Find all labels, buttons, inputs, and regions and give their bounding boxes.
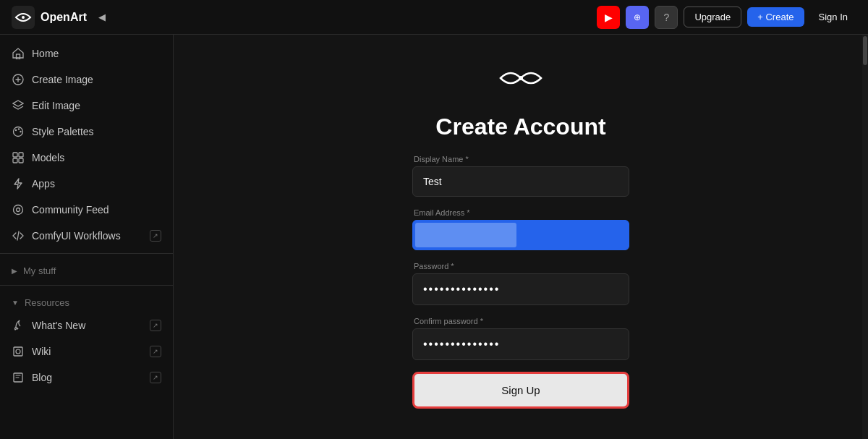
blog-icon bbox=[12, 371, 25, 384]
svg-rect-14 bbox=[14, 347, 22, 356]
main-content: Create Account Display Name * Email Addr… bbox=[174, 35, 868, 439]
sidebar-item-edit-image[interactable]: Edit Image bbox=[0, 93, 173, 119]
plus-circle-icon bbox=[12, 73, 25, 86]
sidebar-item-label-create-image: Create Image bbox=[32, 74, 93, 85]
sidebar-item-whats-new[interactable]: What's New ↗ bbox=[0, 312, 173, 338]
scrollbar-thumb[interactable] bbox=[863, 36, 867, 65]
svg-rect-10 bbox=[13, 158, 17, 163]
svg-point-6 bbox=[18, 128, 20, 129]
svg-rect-8 bbox=[13, 153, 17, 157]
community-icon bbox=[12, 203, 25, 216]
collapse-icon-resources: ▼ bbox=[12, 299, 19, 307]
home-icon bbox=[12, 47, 25, 60]
svg-point-13 bbox=[17, 208, 20, 212]
email-input[interactable] bbox=[412, 220, 629, 250]
sidebar-item-label-whats-new: What's New bbox=[32, 320, 85, 331]
confirm-password-field-group: Confirm password * bbox=[412, 317, 629, 360]
layout: Home Create Image Edit Image Style Palet… bbox=[0, 35, 868, 439]
sidebar-item-apps[interactable]: Apps bbox=[0, 171, 173, 197]
external-link-icon: ↗ bbox=[150, 230, 161, 242]
lightning-icon bbox=[12, 177, 25, 190]
email-field-group: Email Address * bbox=[412, 208, 629, 250]
help-button[interactable]: ? bbox=[655, 6, 678, 29]
display-name-input[interactable] bbox=[412, 166, 629, 197]
sidebar-item-label-style-palettes: Style Palettes bbox=[32, 126, 94, 137]
signup-button[interactable]: Sign Up bbox=[412, 372, 629, 409]
sidebar-section-label-my-stuff: My stuff bbox=[23, 265, 56, 276]
svg-point-1 bbox=[22, 16, 25, 19]
email-input-wrapper bbox=[412, 220, 629, 250]
svg-rect-9 bbox=[19, 153, 23, 157]
code-icon bbox=[12, 229, 25, 242]
svg-point-15 bbox=[16, 349, 20, 354]
collapse-icon-my-stuff: ▶ bbox=[12, 267, 17, 275]
topbar: OpenArt ◀ ▶ ⊕ ? Upgrade + Create Sign In bbox=[0, 0, 868, 35]
confirm-password-input[interactable] bbox=[412, 328, 629, 360]
svg-rect-11 bbox=[19, 158, 23, 163]
discord-button[interactable]: ⊕ bbox=[626, 6, 649, 29]
external-link-icon-wiki: ↗ bbox=[150, 346, 161, 357]
sidebar-item-label-community-feed: Community Feed bbox=[32, 204, 109, 216]
sidebar-collapse-button[interactable]: ◀ bbox=[95, 9, 109, 25]
password-label: Password * bbox=[412, 262, 629, 270]
svg-rect-2 bbox=[17, 54, 20, 59]
sidebar-section-my-stuff[interactable]: ▶ My stuff bbox=[0, 258, 173, 281]
sidebar-item-label-apps: Apps bbox=[32, 178, 55, 189]
upgrade-button[interactable]: Upgrade bbox=[684, 7, 741, 27]
sidebar-item-style-palettes[interactable]: Style Palettes bbox=[0, 119, 173, 145]
sidebar-item-label-home: Home bbox=[32, 48, 59, 59]
palette-icon bbox=[12, 125, 25, 138]
signin-button[interactable]: Sign In bbox=[810, 7, 856, 27]
sidebar-divider-2 bbox=[0, 285, 173, 286]
sidebar-section-resources[interactable]: ▼ Resources bbox=[0, 290, 173, 312]
sidebar-item-label-blog: Blog bbox=[32, 372, 52, 383]
brand-logo bbox=[498, 65, 544, 96]
sidebar: Home Create Image Edit Image Style Palet… bbox=[0, 35, 174, 439]
topbar-right: ▶ ⊕ ? Upgrade + Create Sign In bbox=[597, 6, 856, 29]
layers-icon bbox=[12, 99, 25, 112]
sidebar-item-community-feed[interactable]: Community Feed bbox=[0, 197, 173, 223]
sidebar-item-create-image[interactable]: Create Image bbox=[0, 67, 173, 93]
sidebar-section-label-resources: Resources bbox=[25, 297, 69, 308]
sidebar-item-label-models: Models bbox=[32, 152, 64, 163]
sidebar-item-comfyui-workflows[interactable]: ComfyUI Workflows ↗ bbox=[0, 223, 173, 249]
password-input[interactable] bbox=[412, 273, 629, 305]
create-account-form: Create Account Display Name * Email Addr… bbox=[412, 65, 629, 409]
svg-point-17 bbox=[519, 76, 523, 80]
sidebar-item-wiki[interactable]: Wiki ↗ bbox=[0, 338, 173, 365]
discord-icon: ⊕ bbox=[634, 12, 641, 22]
confirm-password-label: Confirm password * bbox=[412, 317, 629, 325]
display-name-field-group: Display Name * bbox=[412, 155, 629, 197]
external-link-icon-whats-new: ↗ bbox=[150, 320, 161, 331]
page-title: Create Account bbox=[435, 114, 605, 140]
sidebar-item-blog[interactable]: Blog ↗ bbox=[0, 365, 173, 391]
sidebar-divider-1 bbox=[0, 253, 173, 254]
svg-point-12 bbox=[14, 205, 23, 215]
grid-icon bbox=[12, 151, 25, 164]
form-fields: Display Name * Email Address * Password … bbox=[412, 155, 629, 409]
openart-logo-icon bbox=[12, 6, 35, 29]
youtube-button[interactable]: ▶ bbox=[597, 6, 620, 29]
rocket-icon bbox=[12, 319, 25, 332]
youtube-icon: ▶ bbox=[605, 12, 613, 23]
sidebar-item-models[interactable]: Models bbox=[0, 145, 173, 171]
svg-point-5 bbox=[15, 129, 17, 131]
sidebar-item-label-comfyui-workflows: ComfyUI Workflows bbox=[32, 230, 121, 242]
svg-point-7 bbox=[20, 131, 21, 132]
sidebar-item-label-wiki: Wiki bbox=[32, 346, 51, 357]
logo-text: OpenArt bbox=[41, 11, 87, 24]
wiki-icon bbox=[12, 345, 25, 358]
sidebar-item-label-edit-image: Edit Image bbox=[32, 100, 80, 111]
scrollbar-track[interactable] bbox=[862, 35, 868, 439]
display-name-label: Display Name * bbox=[412, 155, 629, 163]
email-label: Email Address * bbox=[412, 208, 629, 217]
create-button[interactable]: + Create bbox=[747, 7, 804, 27]
help-icon: ? bbox=[664, 12, 670, 23]
password-field-group: Password * bbox=[412, 262, 629, 305]
external-link-icon-blog: ↗ bbox=[150, 372, 161, 383]
sidebar-item-home[interactable]: Home bbox=[0, 41, 173, 67]
topbar-left: OpenArt ◀ bbox=[12, 6, 109, 29]
